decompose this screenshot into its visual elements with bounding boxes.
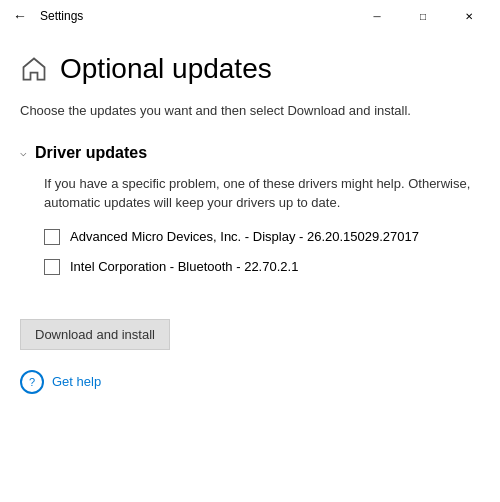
window: ← Settings ─ □ ✕ Optional updates Choose…: [0, 0, 500, 502]
driver-item: Intel Corporation - Bluetooth - 22.70.2.…: [44, 259, 480, 275]
driver-updates-section: ⌵ Driver updates If you have a specific …: [20, 144, 480, 275]
driver-label-amd: Advanced Micro Devices, Inc. - Display -…: [70, 229, 419, 244]
page-header: Optional updates: [20, 52, 480, 86]
page-title: Optional updates: [60, 52, 272, 86]
help-icon: ?: [20, 370, 44, 394]
section-title: Driver updates: [35, 144, 147, 162]
close-button[interactable]: ✕: [446, 0, 492, 32]
driver-label-intel: Intel Corporation - Bluetooth - 22.70.2.…: [70, 259, 298, 274]
download-install-button[interactable]: Download and install: [20, 319, 170, 350]
home-icon: [20, 55, 48, 83]
section-description: If you have a specific problem, one of t…: [44, 174, 480, 213]
window-title: Settings: [40, 9, 83, 23]
content-area: Optional updates Choose the updates you …: [0, 32, 500, 502]
section-header[interactable]: ⌵ Driver updates: [20, 144, 480, 162]
window-controls: ─ □ ✕: [354, 0, 492, 32]
maximize-button[interactable]: □: [400, 0, 446, 32]
driver-list: Advanced Micro Devices, Inc. - Display -…: [44, 229, 480, 275]
driver-item: Advanced Micro Devices, Inc. - Display -…: [44, 229, 480, 245]
minimize-button[interactable]: ─: [354, 0, 400, 32]
title-bar: ← Settings ─ □ ✕: [0, 0, 500, 32]
help-section: ? Get help: [20, 370, 480, 394]
title-bar-left: ← Settings: [8, 4, 354, 28]
chevron-down-icon: ⌵: [20, 146, 27, 159]
get-help-link[interactable]: Get help: [52, 374, 101, 389]
page-description: Choose the updates you want and then sel…: [20, 102, 480, 120]
back-button[interactable]: ←: [8, 4, 32, 28]
driver-checkbox-intel[interactable]: [44, 259, 60, 275]
driver-checkbox-amd[interactable]: [44, 229, 60, 245]
